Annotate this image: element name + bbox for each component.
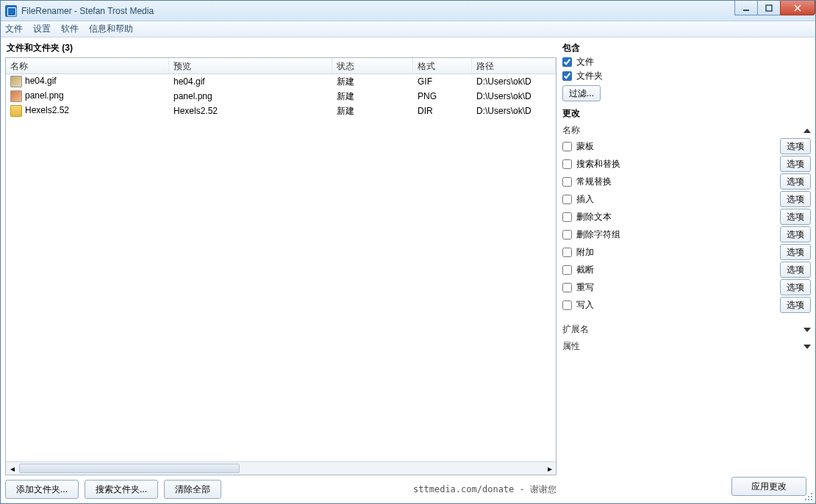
- include-files-checkbox[interactable]: 文件: [562, 56, 811, 68]
- titlebar[interactable]: FileRenamer - Stefan Trost Media: [1, 1, 815, 21]
- col-header-name[interactable]: 名称: [6, 58, 169, 73]
- app-icon: [5, 5, 17, 17]
- right-panel: 包含 文件 文件夹 过滤... 更改 名称 蒙板: [562, 42, 811, 499]
- col-header-format[interactable]: 格式: [413, 58, 472, 73]
- change-option-checkbox[interactable]: 删除字符组: [562, 228, 620, 241]
- minimize-button[interactable]: [734, 1, 758, 15]
- collapse-up-icon: [804, 129, 811, 133]
- menu-software[interactable]: 软件: [61, 23, 79, 35]
- bottom-toolbar: 添加文件夹... 搜索文件夹... 清除全部 sttmedia.com/dona…: [5, 475, 556, 499]
- change-option-checkbox[interactable]: 删除文本: [562, 211, 612, 223]
- change-option-row: 常规替换选项: [562, 173, 811, 190]
- option-settings-button[interactable]: 选项: [780, 244, 811, 260]
- resize-grip[interactable]: [804, 492, 814, 502]
- collapse-down-icon: [804, 345, 811, 349]
- menu-help[interactable]: 信息和帮助: [89, 23, 133, 35]
- change-option-checkbox[interactable]: 写入: [562, 299, 594, 312]
- listview-header[interactable]: 名称 预览 状态 格式 路径: [6, 58, 556, 74]
- change-section: 更改 名称 蒙板选项搜索和替换选项常规替换选项插入选项删除文本选项删除字符组选项…: [562, 107, 811, 353]
- window-controls: [735, 1, 815, 15]
- checkbox-option[interactable]: [562, 212, 572, 222]
- change-option-row: 搜索和替换选项: [562, 156, 811, 172]
- left-panel: 文件和文件夹 (3) 名称 预览 状态 格式 路径 he04.gif he04.…: [5, 42, 556, 499]
- option-settings-button[interactable]: 选项: [780, 156, 811, 172]
- checkbox-option[interactable]: [562, 265, 572, 275]
- maximize-button[interactable]: [757, 1, 781, 15]
- file-listview[interactable]: 名称 预览 状态 格式 路径 he04.gif he04.gif 新建 GIF …: [5, 57, 556, 475]
- change-option-checkbox[interactable]: 常规替换: [562, 176, 612, 188]
- svg-rect-5: [808, 496, 809, 497]
- checkbox-folders[interactable]: [562, 71, 572, 81]
- include-section: 包含 文件 文件夹 过滤...: [562, 42, 811, 101]
- checkbox-option[interactable]: [562, 300, 572, 310]
- table-row[interactable]: panel.png panel.png 新建 PNG D:\Users\ok\D: [6, 89, 556, 104]
- checkbox-option[interactable]: [562, 230, 572, 240]
- attr-subsection-header[interactable]: 属性: [562, 340, 811, 353]
- change-option-row: 重写选项: [562, 279, 811, 295]
- scroll-thumb[interactable]: [19, 464, 240, 473]
- checkbox-option[interactable]: [562, 159, 572, 169]
- change-option-row: 附加选项: [562, 244, 811, 260]
- svg-rect-9: [811, 499, 812, 500]
- change-option-checkbox[interactable]: 截断: [562, 264, 594, 276]
- option-settings-button[interactable]: 选项: [780, 209, 811, 225]
- name-subsection-header[interactable]: 名称: [562, 124, 811, 137]
- close-button[interactable]: [780, 1, 815, 15]
- ext-subsection-header[interactable]: 扩展名: [562, 323, 811, 336]
- checkbox-option[interactable]: [562, 248, 572, 257]
- filter-button[interactable]: 过滤...: [562, 85, 601, 101]
- option-settings-button[interactable]: 选项: [780, 226, 811, 242]
- file-icon: [10, 90, 22, 102]
- include-folders-checkbox[interactable]: 文件夹: [562, 70, 811, 82]
- checkbox-files[interactable]: [562, 57, 572, 67]
- change-option-row: 删除字符组选项: [562, 226, 811, 242]
- apply-changes-button[interactable]: 应用更改: [731, 477, 806, 496]
- menu-settings[interactable]: 设置: [33, 23, 51, 35]
- donate-text: sttmedia.com/donate - 谢谢您: [413, 483, 556, 496]
- svg-rect-1: [766, 5, 772, 11]
- checkbox-option[interactable]: [562, 142, 572, 151]
- option-settings-button[interactable]: 选项: [780, 173, 811, 190]
- svg-rect-8: [808, 499, 809, 500]
- change-option-checkbox[interactable]: 重写: [562, 281, 594, 294]
- menubar: 文件 设置 软件 信息和帮助: [1, 21, 815, 37]
- listview-body: he04.gif he04.gif 新建 GIF D:\Users\ok\D p…: [6, 74, 556, 461]
- scroll-right-arrow[interactable]: ▸: [543, 462, 556, 475]
- include-title: 包含: [562, 42, 811, 54]
- change-option-row: 截断选项: [562, 262, 811, 278]
- search-folder-button[interactable]: 搜索文件夹...: [85, 480, 158, 499]
- option-settings-button[interactable]: 选项: [780, 138, 811, 154]
- file-icon: [10, 76, 22, 87]
- footer-right: 应用更改: [731, 477, 806, 496]
- table-row[interactable]: he04.gif he04.gif 新建 GIF D:\Users\ok\D: [6, 74, 556, 89]
- svg-rect-6: [811, 496, 812, 497]
- files-panel-title: 文件和文件夹 (3): [5, 42, 556, 54]
- change-option-checkbox[interactable]: 附加: [562, 246, 594, 259]
- client-area: 文件和文件夹 (3) 名称 预览 状态 格式 路径 he04.gif he04.…: [1, 37, 815, 503]
- change-option-checkbox[interactable]: 插入: [562, 193, 594, 206]
- option-settings-button[interactable]: 选项: [780, 262, 811, 278]
- col-header-status[interactable]: 状态: [332, 58, 413, 73]
- checkbox-option[interactable]: [562, 195, 572, 204]
- clear-all-button[interactable]: 清除全部: [164, 480, 221, 499]
- change-option-row: 插入选项: [562, 191, 811, 207]
- add-folder-button[interactable]: 添加文件夹...: [5, 480, 79, 499]
- checkbox-option[interactable]: [562, 283, 572, 292]
- change-option-row: 删除文本选项: [562, 209, 811, 225]
- horizontal-scrollbar[interactable]: ◂ ▸: [6, 461, 556, 475]
- scroll-left-arrow[interactable]: ◂: [6, 462, 18, 475]
- option-settings-button[interactable]: 选项: [780, 191, 811, 207]
- folder-icon: [10, 105, 22, 117]
- change-options-list: 蒙板选项搜索和替换选项常规替换选项插入选项删除文本选项删除字符组选项附加选项截断…: [562, 138, 811, 313]
- change-option-checkbox[interactable]: 蒙板: [562, 140, 594, 153]
- change-option-row: 写入选项: [562, 297, 811, 313]
- option-settings-button[interactable]: 选项: [780, 297, 811, 313]
- col-header-path[interactable]: 路径: [472, 58, 556, 73]
- checkbox-option[interactable]: [562, 177, 572, 187]
- option-settings-button[interactable]: 选项: [780, 279, 811, 295]
- menu-file[interactable]: 文件: [5, 23, 23, 35]
- change-option-checkbox[interactable]: 搜索和替换: [562, 158, 620, 170]
- table-row[interactable]: Hexels2.52 Hexels2.52 新建 DIR D:\Users\ok…: [6, 104, 556, 118]
- app-window: FileRenamer - Stefan Trost Media 文件 设置 软…: [0, 0, 816, 504]
- col-header-preview[interactable]: 预览: [169, 58, 332, 73]
